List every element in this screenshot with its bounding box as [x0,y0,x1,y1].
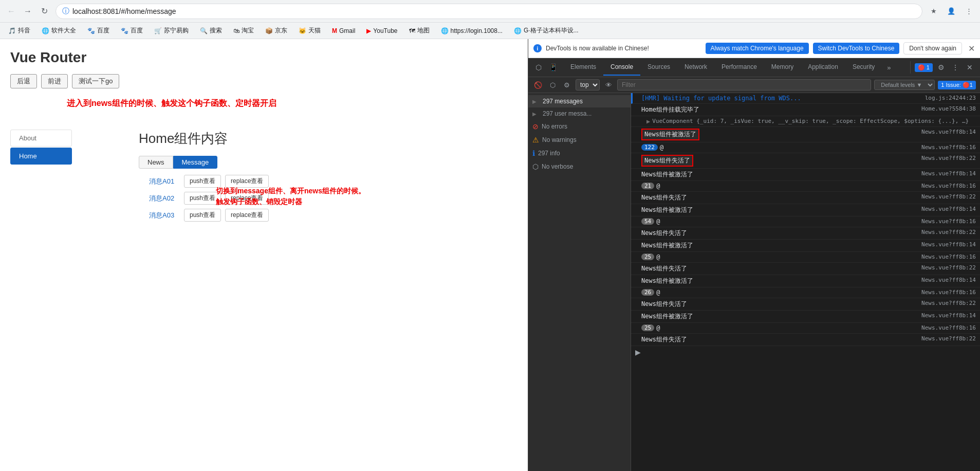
tab-application[interactable]: Application [801,59,845,76]
tab-network[interactable]: Network [677,59,714,76]
bookmark-youtube[interactable]: ▶ YouTube [362,26,401,36]
bookmark-baidu2[interactable]: 🐾 百度 [117,25,147,37]
home-component-title: Home组件内容 [139,130,269,148]
sidebar-info[interactable]: ℹ 297 info [528,147,631,160]
expand-more-icon[interactable]: ▶ [631,346,980,358]
replace-btn-3[interactable]: replace查看 [225,209,269,222]
tab-sources[interactable]: Sources [640,59,677,76]
info-circle-icon: ℹ [532,149,535,157]
more-options-icon[interactable]: ⋮ [949,61,961,74]
console-entry: [HMR] Waiting for update signal from WDS… [631,93,980,104]
forward-button[interactable]: → [21,4,35,19]
sidebar-warnings[interactable]: ⚠ No warnings [528,133,631,147]
switch-chinese-btn[interactable]: Switch DevTools to Chinese [813,43,900,54]
top-context-select[interactable]: top [576,79,600,90]
device-icon[interactable]: 📱 [547,61,559,74]
bookmark-search[interactable]: 🔍 搜索 [196,25,226,37]
bookmark-suning[interactable]: 🛒 苏宁易购 [150,25,193,37]
clear-console-icon[interactable]: 🚫 [532,79,544,90]
entry-source[interactable]: News.vue?ff8b:16 [921,218,976,225]
settings-icon[interactable]: ⚙ [935,61,947,74]
entry-source[interactable]: News.vue?ff8b:22 [921,155,976,161]
tab-news[interactable]: News [139,156,173,169]
sidebar-all-messages[interactable]: ▶ 297 messages [528,95,631,107]
tab-security[interactable]: Security [845,59,882,76]
news-activated-box: News组件被激活了 [641,129,699,140]
sidebar-errors[interactable]: ⊘ No errors [528,120,631,133]
bookmark-icon[interactable]: ★ [927,4,941,19]
entry-source[interactable]: Home.vue?5584:38 [921,105,976,112]
count-badge-122: 122 [641,144,658,151]
entry-source[interactable]: News.vue?ff8b:16 [921,324,976,331]
bookmark-tmall[interactable]: 🐱 天猫 [294,25,325,37]
issue-badge[interactable]: 🔴 1 [915,63,933,72]
tab-more[interactable]: » [882,60,896,76]
sidebar-link-about[interactable]: About [10,130,72,147]
eye-icon[interactable]: 👁 [603,79,614,90]
bookmark-maps[interactable]: 🗺 地图 [405,25,434,37]
sidebar-verbose[interactable]: ⬡ No verbose [528,160,631,173]
tab-elements[interactable]: Elements [563,59,603,76]
expand-icon2: ▶ [532,111,540,117]
entry-text: News组件失活了 [641,335,917,344]
bookmark-tiktok[interactable]: 🎵 抖音 [4,25,34,37]
entry-source[interactable]: News.vue?ff8b:14 [921,312,976,319]
entry-source[interactable]: News.vue?ff8b:22 [921,193,976,200]
jd-icon: 📦 [265,27,273,34]
match-language-btn[interactable]: Always match Chrome's language [706,43,809,54]
entry-source[interactable]: News.vue?ff8b:14 [921,206,976,212]
forward-router-btn[interactable]: 前进 [41,74,68,88]
entry-source[interactable]: News.vue?ff8b:22 [921,229,976,236]
maps-icon: 🗺 [409,27,415,34]
log-levels-select[interactable]: Default levels ▼ [874,80,935,90]
bookmark-baidu1[interactable]: 🐾 百度 [83,25,114,37]
sidebar-link-home[interactable]: Home [10,148,72,165]
tab-memory[interactable]: Memory [764,59,801,76]
entry-source[interactable]: News.vue?ff8b:16 [921,144,976,151]
bookmark-taobao[interactable]: 🛍 淘宝 [229,25,258,37]
push-btn-3[interactable]: push查看 [184,209,221,222]
console-filter-input[interactable] [617,79,871,90]
profile-icon[interactable]: 👤 [944,4,958,19]
entry-source[interactable]: News.vue?ff8b:14 [921,241,976,248]
entry-source[interactable]: News.vue?ff8b:16 [921,253,976,260]
back-button[interactable]: ← [4,4,19,19]
tab-performance[interactable]: Performance [714,59,764,76]
bookmark-software[interactable]: 🌐 软件大全 [38,25,80,37]
entry-source[interactable]: News.vue?ff8b:22 [921,335,976,342]
entry-text: @ [656,253,917,261]
entry-source[interactable]: News.vue?ff8b:14 [921,277,976,283]
settings2-icon[interactable]: ⚙ [561,79,572,90]
filter-icon[interactable]: ⬡ [547,79,558,90]
entry-source[interactable]: News.vue?ff8b:14 [921,129,976,135]
tab-message[interactable]: Message [173,156,218,169]
notif-close-icon[interactable]: ✕ [968,44,975,53]
expand-arrow-icon[interactable]: ▶ [646,118,650,125]
menu-icon[interactable]: ⋮ [961,4,976,19]
test-go-btn[interactable]: 测试一下go [72,74,119,88]
bookmark-jd[interactable]: 📦 京东 [261,25,291,37]
reload-button[interactable]: ↻ [37,4,51,19]
bookmark-login[interactable]: 🌐 https://login.1008... [437,26,507,36]
bookmark-grid[interactable]: 🌐 G·格子达本科毕设... [510,25,583,37]
suning-icon: 🛒 [154,27,162,34]
entry-source[interactable]: log.js:24244:23 [925,95,976,101]
address-bar[interactable]: ⓘ localhost:8081/#/home/message [56,4,922,19]
url-text: localhost:8081/#/home/message [72,7,916,15]
close-devtools-icon[interactable]: ✕ [964,61,976,74]
bookmark-gmail[interactable]: M Gmail [328,26,359,36]
console-issue-badge[interactable]: 1 Issue: 🔴1 [938,81,976,89]
entry-source[interactable]: News.vue?ff8b:14 [921,170,976,177]
count-badge-21: 21 [641,183,654,189]
tab-console[interactable]: Console [603,59,640,76]
baidu2-icon: 🐾 [121,27,128,34]
inspect-icon[interactable]: ⬡ [532,61,545,74]
entry-source[interactable]: News.vue?ff8b:22 [921,264,976,271]
entry-source[interactable]: News.vue?ff8b:16 [921,289,976,296]
entry-source[interactable]: News.vue?ff8b:22 [921,300,976,306]
sidebar-user-messages[interactable]: ▶ 297 user messa... [528,107,631,120]
msg-label-2: 消息A02 [149,194,180,203]
dont-show-btn[interactable]: Don't show again [903,42,962,55]
back-router-btn[interactable]: 后退 [10,74,37,88]
entry-source[interactable]: News.vue?ff8b:16 [921,183,976,189]
